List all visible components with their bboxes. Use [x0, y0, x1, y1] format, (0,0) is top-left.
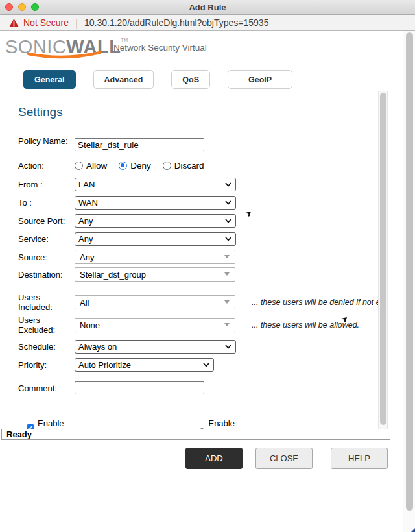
radio-label: Allow — [86, 161, 107, 171]
dropdown-triangle-icon — [224, 300, 230, 304]
users-included-value: All — [80, 298, 89, 308]
product-name: Network Security Virtual — [113, 43, 207, 53]
warning-icon — [9, 19, 19, 27]
radio-label: Deny — [130, 161, 151, 171]
not-secure-label: Not Secure — [23, 18, 69, 28]
users-included-select[interactable]: All — [75, 295, 235, 309]
destination-label: Destination: — [18, 270, 73, 280]
users-excluded-label: Users Excluded: — [18, 315, 73, 335]
trademark-mark: TM — [121, 38, 128, 42]
logo-swoosh-icon — [26, 51, 102, 60]
source-port-select[interactable]: Any — [75, 214, 236, 228]
source-select[interactable]: Any — [75, 250, 235, 264]
source-port-label: Source Port: — [18, 216, 73, 226]
service-label: Service: — [18, 234, 73, 244]
to-value: WAN — [78, 198, 98, 208]
source-port-value: Any — [78, 216, 93, 226]
tab-advanced[interactable]: Advanced — [93, 70, 154, 89]
action-radio-allow[interactable]: Allow — [75, 161, 107, 171]
browser-url-bar[interactable]: Not Secure | 10.30.1.20/addRuleDlg.html?… — [0, 15, 415, 31]
form-scroll-area: Settings Policy Name: Action: Allow Deny… — [0, 91, 378, 429]
window-scrollbar-track[interactable] — [403, 31, 415, 532]
source-port-row: Source Port: Any — [0, 214, 378, 228]
source-row: Source: Any — [0, 250, 378, 264]
radio-label: Discard — [174, 161, 204, 171]
from-label: From : — [18, 180, 73, 189]
priority-select[interactable]: Auto Prioritize — [75, 358, 214, 372]
action-label: Action: — [18, 161, 73, 171]
users-excluded-value: None — [80, 320, 100, 330]
tab-qos[interactable]: QoS — [171, 70, 210, 89]
service-select[interactable]: Any — [75, 232, 236, 246]
page-url: 10.30.1.20/addRuleDlg.html?objTypes=1593… — [84, 18, 268, 28]
checkbox-checked-icon: ✓ — [27, 424, 34, 429]
schedule-row: Schedule: Always on — [0, 340, 378, 354]
chevron-down-icon — [203, 363, 209, 367]
service-row: Service: Any — [0, 232, 378, 246]
users-excluded-select[interactable]: None — [75, 318, 235, 332]
from-row: From : LAN — [0, 178, 378, 191]
chevron-down-icon — [225, 182, 231, 187]
to-row: To : WAN — [0, 196, 378, 210]
add-button[interactable]: ADD — [185, 448, 243, 469]
window-scrollbar-thumb[interactable] — [406, 32, 413, 511]
window-title: Add Rule — [0, 3, 415, 12]
window-titlebar: Add Rule — [0, 0, 415, 15]
chevron-down-icon — [225, 237, 231, 241]
users-excluded-note: ... these users will be allowed. — [252, 320, 359, 330]
chevron-down-icon — [225, 219, 231, 223]
minimize-window-button[interactable] — [18, 3, 26, 11]
zoom-window-button[interactable] — [31, 3, 39, 11]
priority-row: Priority: Auto Prioritize — [0, 358, 378, 372]
destination-row: Destination: Stellar_dst_group — [0, 267, 378, 282]
tab-general[interactable]: General — [23, 70, 76, 89]
priority-value: Auto Prioritize — [78, 360, 131, 370]
priority-label: Priority: — [18, 360, 73, 370]
action-radio-discard[interactable]: Discard — [163, 161, 204, 171]
source-label: Source: — [18, 252, 73, 262]
close-window-button[interactable] — [5, 3, 13, 11]
schedule-label: Schedule: — [18, 342, 73, 352]
action-radio-deny[interactable]: Deny — [119, 161, 151, 171]
radio-icon — [75, 162, 83, 170]
schedule-value: Always on — [78, 342, 117, 352]
form-scrollbar-thumb[interactable] — [380, 93, 386, 425]
to-select[interactable]: WAN — [75, 196, 236, 210]
service-value: Any — [78, 234, 93, 244]
comment-label: Comment: — [18, 383, 73, 393]
tab-geoip[interactable]: GeoIP — [228, 70, 292, 89]
window-resize-grip[interactable] — [411, 528, 415, 532]
status-bar: Ready — [1, 429, 390, 440]
url-separator: | — [75, 18, 78, 29]
form-scrollbar-track[interactable] — [378, 91, 388, 429]
policy-name-input[interactable] — [75, 138, 204, 151]
enable-logging-checkbox[interactable]: ✓ Enable Logging — [27, 418, 71, 429]
settings-heading: Settings — [18, 105, 63, 119]
to-label: To : — [18, 198, 73, 208]
dropdown-triangle-icon — [224, 255, 230, 258]
chevron-down-icon — [225, 345, 231, 349]
comment-input[interactable] — [75, 381, 204, 394]
enable-botnet-label: Enable Botnet Filter — [208, 418, 239, 429]
dropdown-triangle-icon — [224, 272, 230, 276]
radio-selected-icon — [119, 162, 127, 170]
source-value: Any — [80, 252, 94, 262]
tab-bar: General Advanced QoS GeoIP — [23, 70, 292, 89]
help-button[interactable]: HELP — [331, 448, 388, 469]
enable-logging-label: Enable Logging — [38, 418, 71, 429]
users-included-label: Users Included: — [18, 293, 73, 312]
destination-select[interactable]: Stellar_dst_group — [75, 267, 235, 282]
dropdown-triangle-icon — [224, 323, 230, 326]
destination-value: Stellar_dst_group — [80, 270, 146, 280]
schedule-select[interactable]: Always on — [75, 340, 236, 354]
close-button[interactable]: CLOSE — [255, 448, 313, 469]
chevron-down-icon — [225, 200, 231, 205]
from-value: LAN — [78, 180, 95, 189]
radio-icon — [163, 162, 171, 170]
users-included-note: ... these users will be denied if not ex… — [252, 298, 378, 307]
from-select[interactable]: LAN — [75, 178, 236, 191]
policy-name-label: Policy Name: — [18, 136, 73, 146]
status-text: Ready — [2, 429, 32, 439]
enable-botnet-checkbox[interactable]: Enable Botnet Filter — [200, 418, 239, 429]
